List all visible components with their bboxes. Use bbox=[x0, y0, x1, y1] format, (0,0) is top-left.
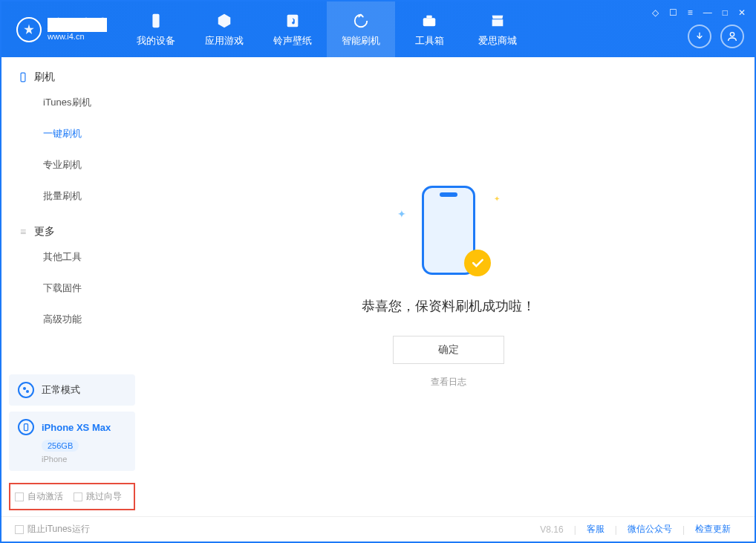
logo-text: 爱思助手 www.i4.cn bbox=[48, 18, 107, 42]
sidebar-section-flash: 刷机 bbox=[1, 57, 143, 87]
window-controls: ◇ ☐ ≡ — □ ✕ bbox=[652, 7, 746, 18]
section-label: 刷机 bbox=[34, 71, 55, 84]
svg-point-6 bbox=[23, 387, 26, 390]
tab-apps-games[interactable]: 应用游戏 bbox=[190, 1, 258, 57]
success-message: 恭喜您，保资料刷机成功啦！ bbox=[362, 297, 535, 315]
device-type: iPhone bbox=[42, 455, 126, 464]
svg-rect-3 bbox=[426, 15, 431, 18]
svg-rect-5 bbox=[21, 73, 25, 82]
sidebar: 刷机 iTunes刷机 一键刷机 专业刷机 批量刷机 ≡ 更多 其他工具 下载固… bbox=[1, 57, 143, 516]
minimize-icon[interactable]: — bbox=[703, 7, 712, 18]
footer-link-update[interactable]: 检查更新 bbox=[685, 523, 741, 536]
checkbox-skip-guide[interactable]: 跳过向导 bbox=[74, 490, 122, 503]
tab-label: 智能刷机 bbox=[342, 34, 380, 48]
sidebar-item-download-firmware[interactable]: 下载固件 bbox=[1, 273, 143, 304]
checkbox-label: 自动激活 bbox=[27, 490, 63, 503]
logo-title: 爱思助手 bbox=[48, 18, 107, 33]
view-log-link[interactable]: 查看日志 bbox=[431, 376, 466, 388]
sparkle-icon: ✦ bbox=[494, 195, 500, 203]
footer-link-wechat[interactable]: 微信公众号 bbox=[617, 523, 682, 536]
tab-smart-flash[interactable]: 智能刷机 bbox=[327, 1, 395, 57]
maximize-icon[interactable]: □ bbox=[723, 7, 728, 18]
tab-label: 爱思商城 bbox=[478, 34, 517, 48]
tab-my-device[interactable]: 我的设备 bbox=[122, 1, 190, 57]
shirt-icon[interactable]: ◇ bbox=[652, 7, 659, 18]
section-label: 更多 bbox=[34, 225, 55, 238]
sparkle-icon: ✦ bbox=[397, 208, 406, 220]
device-name: iPhone XS Max bbox=[42, 422, 111, 433]
store-icon bbox=[489, 12, 506, 30]
header: 爱思助手 www.i4.cn 我的设备 应用游戏 铃声壁纸 智能刷机 工具箱 爱… bbox=[1, 1, 755, 57]
header-right: ◇ ☐ ≡ — □ ✕ bbox=[688, 11, 755, 48]
sidebar-item-oneclick-flash[interactable]: 一键刷机 bbox=[1, 118, 143, 149]
logo-subtitle: www.i4.cn bbox=[48, 32, 107, 41]
footer-link-support[interactable]: 客服 bbox=[576, 523, 615, 536]
cube-icon bbox=[215, 12, 233, 30]
device-icon bbox=[147, 12, 165, 30]
svg-rect-2 bbox=[423, 18, 436, 26]
checkbox-row: 自动激活 跳过向导 bbox=[9, 483, 135, 510]
menu-icon[interactable]: ≡ bbox=[688, 7, 693, 18]
close-icon[interactable]: ✕ bbox=[738, 7, 746, 18]
tab-label: 工具箱 bbox=[415, 34, 444, 48]
phone-icon bbox=[18, 72, 28, 82]
footer: 阻止iTunes运行 V8.16 | 客服 | 微信公众号 | 检查更新 bbox=[1, 516, 755, 542]
toolbox-icon bbox=[420, 12, 438, 30]
sidebar-section-more: ≡ 更多 bbox=[1, 212, 143, 241]
sidebar-item-batch-flash[interactable]: 批量刷机 bbox=[1, 181, 143, 212]
feedback-icon[interactable]: ☐ bbox=[669, 7, 677, 18]
tab-label: 铃声壁纸 bbox=[273, 34, 312, 48]
svg-rect-8 bbox=[25, 424, 28, 431]
sidebar-item-advanced[interactable]: 高级功能 bbox=[1, 304, 143, 335]
checkbox-label: 阻止iTunes运行 bbox=[27, 523, 90, 536]
more-icon: ≡ bbox=[18, 227, 28, 237]
tab-ringtone-wallpaper[interactable]: 铃声壁纸 bbox=[258, 1, 327, 57]
checkbox-block-itunes[interactable]: 阻止iTunes运行 bbox=[15, 523, 90, 536]
svg-point-4 bbox=[730, 32, 734, 36]
logo-icon bbox=[16, 17, 42, 42]
tabs: 我的设备 应用游戏 铃声壁纸 智能刷机 工具箱 爱思商城 bbox=[122, 1, 532, 57]
svg-rect-1 bbox=[287, 14, 299, 27]
tab-store[interactable]: 爱思商城 bbox=[463, 1, 532, 57]
ok-button[interactable]: 确定 bbox=[393, 336, 504, 364]
main-content: ✦ ✦ 恭喜您，保资料刷机成功啦！ 确定 查看日志 bbox=[143, 57, 755, 516]
device-icon bbox=[18, 419, 34, 435]
download-button[interactable] bbox=[688, 25, 711, 48]
svg-point-7 bbox=[26, 390, 29, 393]
sidebar-item-itunes-flash[interactable]: iTunes刷机 bbox=[1, 87, 143, 118]
mode-icon bbox=[18, 382, 34, 398]
tab-toolbox[interactable]: 工具箱 bbox=[395, 1, 463, 57]
footer-right: V8.16 | 客服 | 微信公众号 | 检查更新 bbox=[529, 523, 741, 536]
tab-label: 应用游戏 bbox=[205, 34, 244, 48]
body: 刷机 iTunes刷机 一键刷机 专业刷机 批量刷机 ≡ 更多 其他工具 下载固… bbox=[1, 57, 755, 516]
device-mode-panel[interactable]: 正常模式 bbox=[9, 374, 135, 406]
sidebar-item-other-tools[interactable]: 其他工具 bbox=[1, 241, 143, 273]
checkbox-auto-activate[interactable]: 自动激活 bbox=[15, 490, 63, 503]
device-storage: 256GB bbox=[42, 440, 79, 452]
tab-label: 我的设备 bbox=[137, 34, 175, 48]
logo-area[interactable]: 爱思助手 www.i4.cn bbox=[1, 17, 122, 42]
check-badge-icon bbox=[464, 250, 491, 276]
svg-rect-0 bbox=[152, 13, 159, 27]
success-graphic: ✦ ✦ bbox=[400, 186, 497, 282]
mode-label: 正常模式 bbox=[42, 383, 80, 397]
checkbox-label: 跳过向导 bbox=[86, 490, 122, 503]
user-button[interactable] bbox=[720, 25, 744, 48]
version-label: V8.16 bbox=[529, 524, 573, 535]
sidebar-item-pro-flash[interactable]: 专业刷机 bbox=[1, 149, 143, 181]
refresh-icon bbox=[352, 12, 370, 30]
music-icon bbox=[284, 12, 302, 30]
device-info-panel[interactable]: iPhone XS Max 256GB iPhone bbox=[9, 412, 135, 471]
